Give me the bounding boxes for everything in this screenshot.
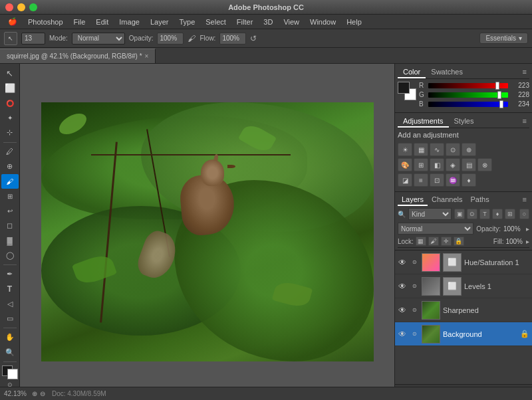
layer-visibility-hue-sat[interactable]: 👁 [398, 258, 407, 267]
eyedropper-tool[interactable]: 🖊 [1, 145, 19, 159]
brush-preview[interactable]: ↖ [4, 32, 17, 45]
invert-adj-btn[interactable]: ◪ [398, 173, 412, 187]
layer-options-background[interactable]: ⊙ [410, 330, 419, 339]
essentials-button[interactable]: Essentials ▾ [479, 33, 528, 44]
gradient-tool[interactable]: ▓ [1, 234, 19, 248]
menu-photoshop[interactable]: Photoshop [23, 17, 68, 27]
channel-adj-btn[interactable]: ▤ [462, 158, 476, 171]
background-swatch[interactable] [7, 369, 18, 379]
text-filter-btn[interactable]: T [479, 209, 490, 219]
layers-kind-select[interactable]: Kind [408, 208, 452, 220]
airbrush-icon[interactable]: 🖌 [188, 34, 196, 43]
lock-pixels-btn[interactable]: 🖌 [428, 237, 439, 246]
layer-visibility-background[interactable]: 👁 [398, 330, 407, 339]
layer-visibility-levels[interactable]: 👁 [398, 282, 407, 291]
maximize-button[interactable] [29, 3, 37, 11]
menu-image[interactable]: Image [114, 17, 145, 27]
eraser-tool[interactable]: ◻ [1, 219, 19, 233]
close-button[interactable] [5, 3, 13, 11]
menu-3d[interactable]: 3D [258, 17, 278, 27]
history-brush-tool[interactable]: ↩ [1, 204, 19, 218]
adj-panel-menu[interactable]: ≡ [520, 116, 529, 128]
menu-help[interactable]: Help [341, 17, 367, 27]
crop-tool[interactable]: ⊹ [1, 126, 19, 140]
heal-tool[interactable]: ⊕ [1, 159, 19, 173]
hand-tool[interactable]: ✋ [1, 330, 19, 344]
opacity-arrow[interactable]: ▸ [526, 225, 529, 233]
path-selection-tool[interactable]: ◁ [1, 297, 19, 311]
mode-select[interactable]: Normal [72, 33, 125, 45]
layer-options-levels[interactable]: ⊙ [410, 282, 419, 291]
zoom-tool[interactable]: 🔍 [1, 346, 19, 359]
menu-select[interactable]: Select [200, 17, 231, 27]
layer-item-levels[interactable]: 👁 ⊙ ⬜ Levels 1 [395, 274, 532, 298]
layer-mask-levels[interactable]: ⬜ [443, 277, 462, 296]
adj-filter-btn[interactable]: ⊙ [467, 209, 477, 219]
flow-input[interactable] [219, 33, 246, 45]
layer-filter-toggle[interactable]: ○ [519, 209, 529, 219]
tab-styles[interactable]: Styles [449, 116, 479, 128]
brush-size-input[interactable] [21, 33, 45, 45]
shape-filter-btn[interactable]: ♦ [492, 209, 503, 219]
poster-adj-btn[interactable]: ≡ [414, 173, 428, 187]
gradient-map-adj-btn[interactable]: ♒ [446, 173, 460, 187]
pen-tool[interactable]: ✒ [1, 267, 19, 281]
zoom-icon[interactable]: ⊕ [32, 390, 37, 397]
brush-tool[interactable]: 🖌 [1, 174, 19, 188]
canvas-area[interactable] [20, 64, 394, 400]
opacity-input[interactable] [157, 33, 184, 45]
blue-slider[interactable] [428, 102, 508, 107]
green-slider[interactable] [428, 92, 508, 98]
curves-adj-btn[interactable]: ∿ [430, 143, 444, 156]
tab-color[interactable]: Color [398, 66, 426, 78]
lock-all-btn[interactable]: 🔒 [454, 237, 464, 246]
tab-adjustments[interactable]: Adjustments [398, 116, 449, 128]
tab-channels[interactable]: Channels [428, 194, 466, 206]
layer-item-hue-saturation[interactable]: 👁 ⊙ ⬜ Hue/Saturation 1 [395, 250, 532, 274]
document-tab[interactable]: squirrel.jpg @ 42.1% (Background, RGB/8#… [0, 49, 156, 63]
text-tool[interactable]: T [1, 282, 19, 296]
blue-slider-thumb[interactable] [499, 100, 503, 108]
colorbal-adj-btn[interactable]: ⊞ [414, 158, 428, 171]
layer-mask-hue-sat[interactable]: ⬜ [443, 253, 462, 272]
threshold-adj-btn[interactable]: ⊡ [430, 173, 444, 187]
pixel-filter-btn[interactable]: ▣ [454, 209, 465, 219]
tab-close-button[interactable]: × [145, 52, 149, 60]
levels-adj-btn[interactable]: ▦ [414, 143, 428, 156]
lookup-adj-btn[interactable]: ⊗ [477, 158, 492, 171]
quick-select-tool[interactable]: ✦ [1, 111, 19, 125]
vibrance-adj-btn[interactable]: ⊕ [462, 143, 476, 156]
smart-filter-btn[interactable]: ⊞ [505, 209, 515, 219]
bw-adj-btn[interactable]: ◧ [430, 158, 444, 171]
lock-transparent-btn[interactable]: ▦ [416, 237, 426, 246]
menu-edit[interactable]: Edit [90, 17, 114, 27]
blend-mode-select[interactable]: Normal [398, 223, 473, 235]
menu-type[interactable]: Type [174, 17, 200, 27]
smoothing-icon[interactable]: ↺ [250, 34, 257, 43]
tab-swatches[interactable]: Swatches [426, 66, 468, 78]
menu-filter[interactable]: Filter [231, 17, 258, 27]
clone-tool[interactable]: ⊞ [1, 189, 19, 203]
zoom-out-icon[interactable]: ⊖ [40, 390, 45, 397]
hue-adj-btn[interactable]: 🎨 [398, 158, 412, 171]
brightness-adj-btn[interactable]: ☀ [398, 143, 412, 156]
menu-view[interactable]: View [278, 17, 305, 27]
tab-layers[interactable]: Layers [398, 194, 428, 206]
apple-menu[interactable]: 🍎 [3, 16, 23, 27]
green-slider-thumb[interactable] [497, 91, 501, 99]
menu-file[interactable]: File [68, 17, 91, 27]
tab-paths[interactable]: Paths [467, 194, 493, 206]
exposure-adj-btn[interactable]: ⊙ [446, 143, 460, 156]
layer-options-sharpened[interactable]: ⊙ [410, 306, 419, 315]
move-tool[interactable]: ↖ [1, 66, 19, 80]
color-swatches[interactable] [2, 365, 18, 379]
layers-panel-menu[interactable]: ≡ [520, 194, 529, 206]
photo-adj-btn[interactable]: ◈ [446, 158, 460, 171]
layer-options-hue-sat[interactable]: ⊙ [410, 258, 419, 267]
red-slider-thumb[interactable] [495, 82, 499, 90]
foreground-color-swatch[interactable] [398, 82, 410, 94]
menu-layer[interactable]: Layer [145, 17, 174, 27]
minimize-button[interactable] [17, 3, 25, 11]
red-slider[interactable] [428, 83, 508, 88]
layer-visibility-sharpened[interactable]: 👁 [398, 306, 407, 315]
